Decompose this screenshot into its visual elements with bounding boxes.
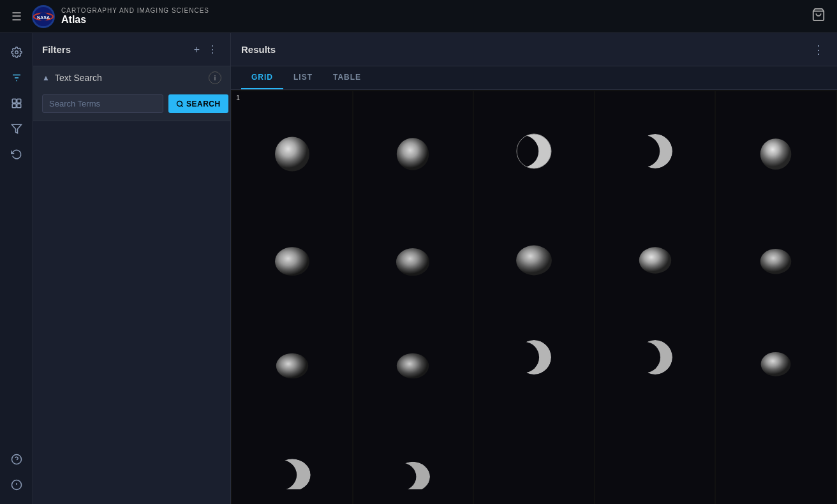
tab-grid[interactable]: GRID	[241, 66, 283, 89]
results-header: Results ⋮	[231, 33, 837, 66]
tab-table[interactable]: TABLE	[323, 66, 371, 89]
grid-item[interactable]	[353, 401, 473, 504]
svg-point-22	[275, 137, 309, 171]
results-more-button[interactable]: ⋮	[810, 40, 827, 59]
svg-point-19	[177, 101, 182, 106]
grid-item[interactable]	[595, 195, 715, 315]
tab-list[interactable]: LIST	[283, 66, 323, 89]
rail-info-button[interactable]	[5, 473, 28, 496]
add-filter-button[interactable]: +	[190, 41, 204, 58]
svg-rect-10	[17, 99, 20, 103]
app-title-block: CARTOGRAPHY AND IMAGING SCIENCES Atlas	[61, 7, 808, 26]
icon-rail	[0, 33, 33, 504]
grid-item[interactable]	[474, 298, 594, 418]
planet-image	[747, 329, 804, 386]
results-panel: Results ⋮ GRID LIST TABLE 1	[231, 33, 837, 504]
filter-title: Filters	[42, 44, 190, 55]
text-search-header[interactable]: ▲ Text Search i	[33, 66, 230, 89]
icon-rail-top	[5, 38, 28, 448]
text-search-section: ▲ Text Search i SEARCH	[33, 66, 230, 121]
svg-point-51	[396, 462, 430, 489]
grid-item[interactable]	[353, 298, 473, 418]
svg-text:NASA: NASA	[37, 15, 50, 20]
icon-rail-bottom	[5, 448, 28, 504]
rail-help-button[interactable]	[5, 448, 28, 471]
grid-item[interactable]	[716, 298, 836, 418]
grid-item[interactable]	[716, 91, 836, 211]
svg-point-33	[396, 248, 429, 276]
planet-crescent-image	[626, 122, 684, 180]
planet-image	[505, 226, 563, 283]
planet-image	[626, 226, 684, 283]
planet-image	[384, 226, 441, 283]
grid-item[interactable]	[595, 91, 715, 211]
app-org: CARTOGRAPHY AND IMAGING SCIENCES	[61, 7, 808, 14]
cart-button[interactable]	[808, 4, 829, 29]
svg-point-38	[397, 353, 429, 379]
svg-point-30	[638, 134, 672, 168]
grid-item[interactable]	[353, 91, 473, 211]
nasa-logo: NASA	[32, 5, 55, 28]
planet-image	[747, 122, 804, 180]
grid-item[interactable]	[595, 298, 715, 418]
collapse-arrow-icon: ▲	[42, 73, 50, 82]
svg-point-41	[517, 340, 551, 374]
planet-crescent-image	[384, 432, 441, 489]
planet-image	[263, 226, 321, 283]
planet-image	[384, 122, 441, 180]
svg-point-36	[760, 249, 792, 274]
planet-image	[263, 329, 321, 386]
grid-item[interactable]	[474, 401, 594, 504]
rail-funnel-button[interactable]	[5, 117, 28, 140]
text-search-info-button[interactable]: i	[209, 71, 221, 84]
rail-refresh-button[interactable]	[5, 143, 28, 166]
grid-item[interactable]	[232, 298, 352, 418]
planet-crescent-image	[626, 329, 684, 386]
search-button[interactable]: SEARCH	[168, 94, 228, 113]
rail-layers-button[interactable]	[5, 92, 28, 115]
svg-rect-11	[12, 104, 16, 108]
svg-point-37	[276, 353, 308, 379]
svg-point-34	[516, 245, 552, 275]
svg-rect-9	[12, 99, 16, 103]
planet-crescent-image	[505, 122, 563, 180]
planet-image	[747, 226, 804, 283]
rail-filter-button[interactable]	[5, 66, 28, 89]
planet-crescent-image	[505, 329, 563, 386]
grid-item[interactable]	[595, 401, 715, 504]
app-name: Atlas	[61, 14, 808, 26]
planet-crescent-image	[263, 432, 321, 489]
page-number: 1	[236, 94, 240, 101]
svg-point-5	[15, 51, 18, 54]
svg-marker-13	[11, 124, 21, 133]
grid-item[interactable]	[474, 91, 594, 211]
svg-point-23	[397, 138, 429, 170]
planet-image	[384, 329, 441, 386]
hamburger-button[interactable]: ☰	[8, 6, 26, 27]
svg-point-31	[760, 138, 792, 170]
top-nav: ☰ NASA CARTOGRAPHY AND IMAGING SCIENCES …	[0, 0, 837, 33]
grid-item[interactable]	[232, 401, 352, 504]
grid-item[interactable]	[232, 195, 352, 315]
search-icon	[176, 100, 184, 108]
svg-point-45	[761, 352, 791, 376]
grid-item[interactable]	[716, 195, 836, 315]
rail-settings-button[interactable]	[5, 41, 28, 64]
grid-item[interactable]	[353, 195, 473, 315]
svg-point-44	[638, 340, 672, 374]
grid-item[interactable]: 1	[232, 91, 352, 211]
grid-item[interactable]	[474, 195, 594, 315]
main-layout: Filters + ⋮ ▲ Text Search i SEARCH	[0, 33, 837, 504]
svg-point-35	[639, 247, 670, 273]
text-search-label: Text Search	[55, 73, 209, 83]
search-input[interactable]	[42, 94, 163, 113]
results-grid: 1	[231, 90, 837, 504]
filter-header: Filters + ⋮	[33, 33, 230, 66]
filter-more-button[interactable]: ⋮	[204, 41, 221, 58]
text-search-body: SEARCH	[33, 89, 230, 121]
svg-point-32	[275, 247, 309, 276]
grid-item[interactable]	[716, 401, 836, 504]
svg-line-20	[181, 105, 182, 107]
results-title: Results	[241, 44, 810, 55]
filter-panel: Filters + ⋮ ▲ Text Search i SEARCH	[33, 33, 231, 504]
